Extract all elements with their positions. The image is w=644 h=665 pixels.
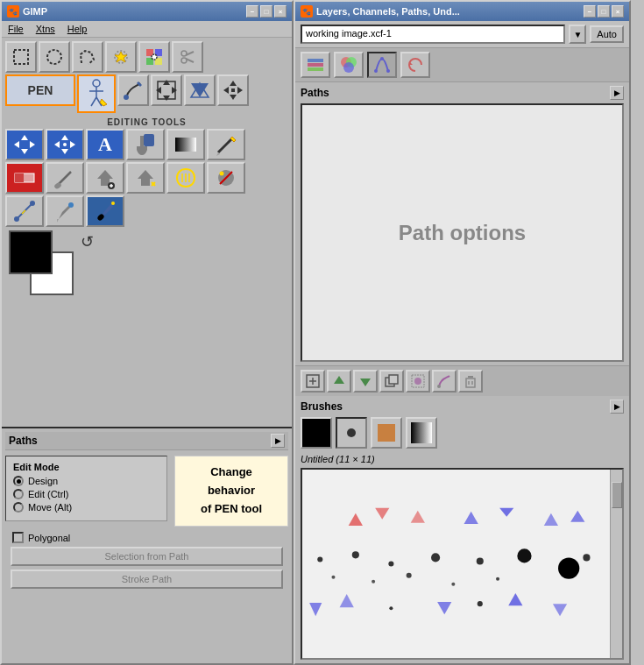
smudge-tool[interactable] <box>46 162 84 194</box>
svg-point-57 <box>220 172 224 176</box>
brush-preview-orange[interactable] <box>371 417 402 449</box>
filename-display[interactable]: working image.xcf-1 <box>301 25 565 44</box>
path-actions: Selection from Path Stroke Path <box>11 547 283 589</box>
svg-marker-26 <box>191 83 209 97</box>
swap-colors-button[interactable]: ↺ <box>81 232 94 251</box>
editing-tools-label: EDITING TOOLS <box>5 117 288 127</box>
align-tool[interactable] <box>46 129 84 160</box>
transform-tool[interactable] <box>151 74 182 106</box>
foreground-color[interactable] <box>9 230 53 274</box>
brushes-scrollbar[interactable] <box>610 470 622 658</box>
duplicate-path-btn[interactable] <box>379 370 404 393</box>
svg-marker-25 <box>156 87 161 94</box>
desaturate-tool[interactable] <box>207 162 245 194</box>
new-path-btn[interactable] <box>301 370 325 393</box>
dodge-burn-tool[interactable] <box>166 162 205 194</box>
svg-point-103 <box>517 548 531 562</box>
pen-path-tool[interactable] <box>77 74 116 113</box>
color-select-tool[interactable] <box>138 41 170 73</box>
flip-tool[interactable] <box>184 74 216 106</box>
image-selector-row: working image.xcf-1 ▼ Auto <box>295 21 629 48</box>
minimize-button[interactable]: − <box>246 5 258 18</box>
svg-point-8 <box>152 54 157 60</box>
svg-point-116 <box>389 606 393 610</box>
tab-layers[interactable] <box>301 52 330 78</box>
menu-help[interactable]: Help <box>65 23 90 35</box>
brushes-collapse-btn[interactable]: ▶ <box>610 400 624 414</box>
tab-channels[interactable] <box>334 52 364 78</box>
paths-section-header: Paths ▶ <box>301 86 624 100</box>
measure-tool[interactable] <box>5 195 44 227</box>
ellipse-select-tool[interactable] <box>39 41 70 73</box>
menu-file[interactable]: File <box>5 23 26 35</box>
clone-tool[interactable] <box>86 162 124 194</box>
radio-move-btn[interactable] <box>13 502 24 513</box>
color-picker-tool[interactable] <box>46 195 84 227</box>
titlebar-left: 🐾 GIMP <box>7 5 47 18</box>
svg-point-41 <box>63 143 67 146</box>
panel-tabs-row <box>295 48 629 82</box>
stroke-path-btn[interactable]: Stroke Path <box>11 569 283 589</box>
paths-edit-tool[interactable] <box>117 74 149 106</box>
brush-preview-black[interactable] <box>301 417 332 449</box>
free-select-tool[interactable] <box>72 41 103 73</box>
scrollbar-thumb[interactable] <box>612 482 622 508</box>
path-to-selection-btn[interactable] <box>406 370 430 393</box>
ink-tool[interactable] <box>86 195 124 227</box>
text-tool[interactable]: A <box>86 129 124 160</box>
brush-pattern-svg <box>302 470 622 658</box>
stroke-path-action-btn[interactable] <box>432 370 456 393</box>
svg-marker-37 <box>61 135 68 140</box>
edit-mode-box: Edit Mode Design Edit (Ctrl) Move (Alt) <box>5 456 167 521</box>
auto-button[interactable]: Auto <box>590 25 624 43</box>
right-titlebar-left: 🐾 Layers, Channels, Paths, Und... <box>301 5 460 18</box>
move-layer-tool[interactable] <box>5 129 44 160</box>
gradient-tool[interactable] <box>166 129 205 160</box>
delete-path-btn[interactable] <box>458 370 483 393</box>
svg-marker-36 <box>30 141 35 148</box>
move-tool[interactable] <box>217 74 249 106</box>
left-paths-collapse-btn[interactable]: ▶ <box>271 434 285 448</box>
paths-collapse-btn[interactable]: ▶ <box>610 86 624 100</box>
svg-point-100 <box>388 561 393 566</box>
heal-tool[interactable] <box>126 162 165 194</box>
radio-design-btn[interactable] <box>13 476 24 486</box>
raise-path-btn[interactable] <box>327 370 351 393</box>
right-maximize-btn[interactable]: □ <box>598 5 610 18</box>
selection-from-path-btn[interactable]: Selection from Path <box>11 547 283 566</box>
svg-marker-94 <box>464 512 478 524</box>
svg-marker-115 <box>553 604 567 616</box>
brush-preview-gradient[interactable] <box>406 417 437 449</box>
tab-paths[interactable] <box>367 52 397 78</box>
close-button[interactable]: × <box>274 5 287 18</box>
svg-rect-67 <box>308 59 323 62</box>
lower-path-btn[interactable] <box>353 370 378 393</box>
svg-marker-38 <box>61 149 68 154</box>
maximize-button[interactable]: □ <box>260 5 272 18</box>
tool-row-4 <box>5 162 288 194</box>
menu-xtns[interactable]: Xtns <box>33 23 58 35</box>
left-paths-title: Paths <box>9 435 38 447</box>
right-minimize-btn[interactable]: − <box>584 5 596 18</box>
svg-marker-63 <box>57 219 59 223</box>
svg-marker-111 <box>309 603 322 616</box>
scissors-select-tool[interactable] <box>172 41 203 73</box>
radio-edit-btn[interactable] <box>13 489 24 499</box>
polygonal-checkbox[interactable] <box>12 532 24 543</box>
svg-point-108 <box>407 573 412 578</box>
brush-preview-dot[interactable] <box>336 417 367 449</box>
left-paths-panel: Paths ▶ Edit Mode Design Edit (Ctrl) Mov… <box>2 427 292 663</box>
tab-undo[interactable] <box>400 52 430 78</box>
pencil-draw-tool[interactable] <box>207 129 245 160</box>
svg-point-61 <box>14 216 19 222</box>
svg-point-104 <box>558 557 579 578</box>
filename-dropdown-btn[interactable]: ▼ <box>569 25 586 44</box>
right-titlebar: 🐾 Layers, Channels, Paths, Und... − □ × <box>295 2 629 21</box>
rect-select-tool[interactable] <box>5 41 37 73</box>
svg-marker-95 <box>499 508 513 517</box>
right-close-btn[interactable]: × <box>612 5 624 18</box>
svg-marker-81 <box>360 378 371 386</box>
eraser-tool[interactable] <box>5 162 44 194</box>
bucket-fill-tool[interactable] <box>126 129 165 160</box>
fuzzy-select-tool[interactable] <box>105 41 137 73</box>
